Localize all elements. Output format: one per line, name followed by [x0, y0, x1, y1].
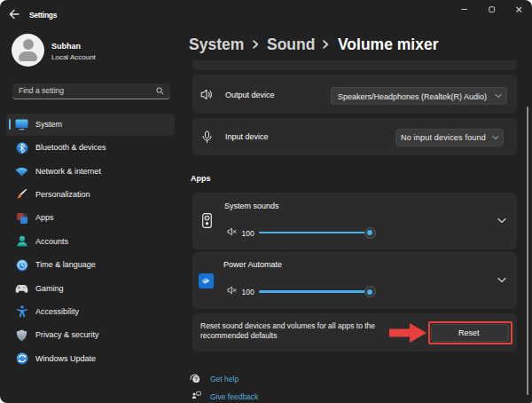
svg-text:?: ?: [194, 375, 198, 382]
